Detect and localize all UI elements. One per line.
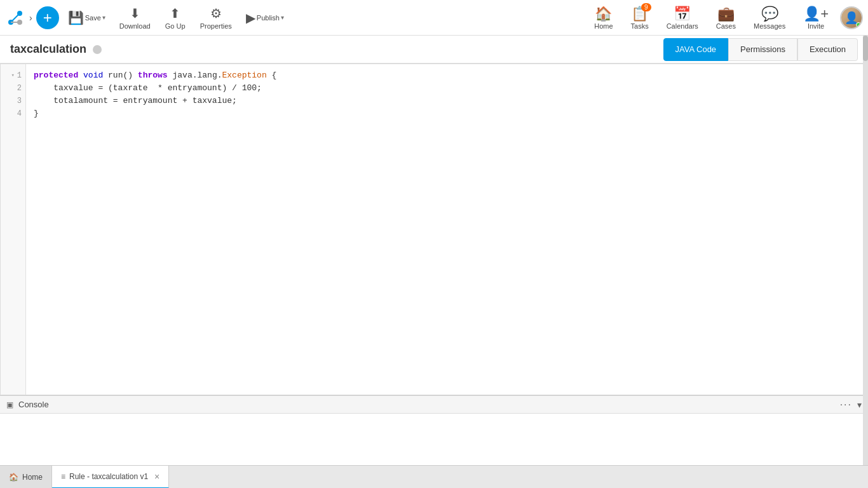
bottom-tab-rule[interactable]: ≡ Rule - taxcalculation v1 × <box>52 466 169 489</box>
messages-icon: 💬 <box>761 6 778 22</box>
download-label: Download <box>119 22 151 30</box>
avatar[interactable]: 👤 <box>840 6 863 29</box>
tasks-badge: 9 <box>641 3 651 11</box>
download-icon: ⬇ <box>130 6 140 21</box>
home-icon: 🏠 <box>595 6 612 22</box>
save-arrow: ▾ <box>102 14 105 21</box>
page-title: taxcalculation <box>10 43 86 56</box>
nav-tasks-label: Tasks <box>631 22 649 30</box>
goup-icon: ⬆ <box>170 6 180 21</box>
line-numbers: ▾ 1 2 3 4 <box>1 64 26 395</box>
main-toolbar: › + 💾 Save ▾ ⬇ Download ⬆ Go Up ⚙ Proper… <box>0 0 868 36</box>
download-button[interactable]: ⬇ Download <box>114 3 156 32</box>
console-panel: ▣ Console ··· ▾ <box>0 395 868 465</box>
nav-right: 🏠 Home 📋 Tasks 9 📅 Calendars 💼 Cases 💬 M… <box>588 3 863 32</box>
rule-tab-label: Rule - taxcalculation v1 <box>69 472 148 481</box>
code-line-2: taxvalue = (taxrate * entryamount) / 100… <box>34 82 860 95</box>
status-badge <box>93 45 102 54</box>
console-body[interactable] <box>0 414 868 465</box>
code-container: ▾ 1 2 3 4 protected void run() throws ja… <box>1 64 867 395</box>
publish-button[interactable]: ▶ Publish ▾ <box>241 8 289 28</box>
nav-invite[interactable]: 👤+ Invite <box>797 3 835 32</box>
code-line-4: } <box>34 107 860 120</box>
nav-calendars[interactable]: 📅 Calendars <box>660 3 705 32</box>
properties-icon: ⚙ <box>210 6 222 21</box>
save-label: Save <box>85 14 101 22</box>
nav-home[interactable]: 🏠 Home <box>588 3 619 32</box>
publish-label: Publish <box>257 14 280 22</box>
calendars-icon: 📅 <box>674 6 691 22</box>
logo-icon <box>5 8 25 28</box>
code-lines: protected void run() throws java.lang.Ex… <box>26 64 867 395</box>
nav-invite-label: Invite <box>808 22 824 30</box>
nav-messages-label: Messages <box>754 22 785 30</box>
line-number-3: 3 <box>4 95 22 107</box>
code-line-1: protected void run() throws java.lang.Ex… <box>34 69 860 82</box>
console-header: ▣ Console ··· ▾ <box>0 396 868 414</box>
nav-calendars-label: Calendars <box>667 22 698 30</box>
line-number-1: ▾ 1 <box>4 69 22 82</box>
console-expand-icon[interactable]: ▾ <box>857 400 862 410</box>
home-tab-label: Home <box>22 473 43 482</box>
goup-button[interactable]: ⬆ Go Up <box>159 3 191 32</box>
save-button[interactable]: 💾 Save ▾ <box>63 8 111 28</box>
tab-permissions[interactable]: Permissions <box>728 38 797 61</box>
toolbar-left-group: › + 💾 Save ▾ ⬇ Download ⬆ Go Up ⚙ Proper… <box>5 3 289 32</box>
nav-cases-label: Cases <box>716 22 736 30</box>
scrollbar-thumb[interactable] <box>863 36 868 61</box>
expand-icon[interactable]: › <box>29 13 32 23</box>
nav-tasks[interactable]: 📋 Tasks 9 <box>625 3 655 32</box>
console-title: Console <box>18 400 49 409</box>
invite-icon: 👤+ <box>803 6 829 22</box>
properties-button[interactable]: ⚙ Properties <box>195 3 237 32</box>
nav-cases[interactable]: 💼 Cases <box>710 3 742 32</box>
page-header: taxcalculation JAVA Code Permissions Exe… <box>0 36 868 64</box>
avatar-online-dot <box>856 22 861 27</box>
publish-arrow: ▾ <box>281 14 284 21</box>
add-button[interactable]: + <box>36 6 59 29</box>
bottom-tab-home[interactable]: 🏠 Home <box>0 466 52 489</box>
collapse-arrow-1[interactable]: ▾ <box>11 69 14 82</box>
code-line-3: totalamount = entryamount + taxvalue; <box>34 95 860 107</box>
home-tab-icon: 🏠 <box>9 473 18 482</box>
code-editor[interactable]: ▾ 1 2 3 4 protected void run() throws ja… <box>0 64 868 395</box>
rule-tab-icon: ≡ <box>61 472 65 481</box>
main-content: ▾ 1 2 3 4 protected void run() throws ja… <box>0 64 868 465</box>
tab-execution[interactable]: Execution <box>797 38 858 61</box>
goup-label: Go Up <box>165 22 186 30</box>
publish-icon: ▶ <box>246 10 255 25</box>
nav-home-label: Home <box>594 22 613 30</box>
line-number-4: 4 <box>4 107 22 120</box>
line-number-2: 2 <box>4 82 22 95</box>
cases-icon: 💼 <box>717 6 735 22</box>
console-options-icon[interactable]: ··· <box>840 399 852 410</box>
bottom-tabs: 🏠 Home ≡ Rule - taxcalculation v1 × <box>0 465 868 488</box>
right-scrollbar[interactable] <box>863 36 868 465</box>
nav-messages[interactable]: 💬 Messages <box>747 3 792 32</box>
console-collapse-icon[interactable]: ▣ <box>6 400 13 409</box>
save-icon: 💾 <box>68 10 84 25</box>
close-tab-icon[interactable]: × <box>154 471 159 482</box>
properties-label: Properties <box>200 22 232 30</box>
tab-java-code[interactable]: JAVA Code <box>663 38 729 61</box>
